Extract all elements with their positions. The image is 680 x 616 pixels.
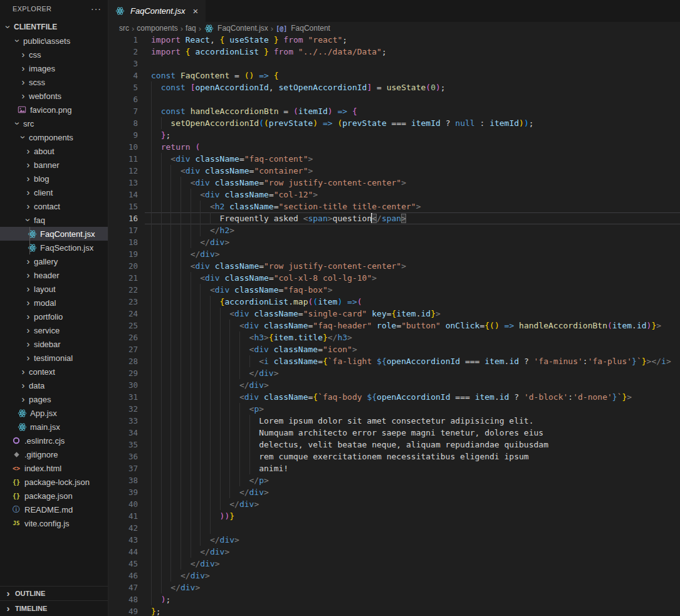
code-editor[interactable]: 1import React, { useState } from "react"… — [108, 34, 680, 616]
code-line-3[interactable]: 3 — [108, 58, 680, 70]
code-line-9[interactable]: 9 }; — [108, 129, 680, 141]
code-line-17[interactable]: 17 </h2> — [108, 224, 680, 236]
code-line-14[interactable]: 14 <div className="col-12"> — [108, 189, 680, 201]
breadcrumb-item-components[interactable]: components — [137, 24, 177, 33]
indent-guide — [200, 343, 201, 355]
tree-item-webfonts[interactable]: ›webfonts — [0, 89, 108, 103]
breadcrumb-item-faqcontent-jsx[interactable]: FaqContent.jsx — [204, 24, 268, 33]
tree-item-favicon-png[interactable]: favicon.png — [0, 103, 108, 117]
tree-item-client[interactable]: ›client — [0, 185, 108, 199]
code-line-39[interactable]: 39 </div> — [108, 486, 680, 498]
code-line-48[interactable]: 48 ); — [108, 593, 680, 605]
tree-item-testimonial[interactable]: ›testimonial — [0, 351, 108, 365]
code-line-34[interactable]: 34 Numquam architecto error saepe magni … — [108, 427, 680, 439]
code-line-19[interactable]: 19 </div> — [108, 248, 680, 260]
tree-item-data[interactable]: ›data — [0, 378, 108, 392]
code-line-31[interactable]: 31 <div className={`faq-body ${openAccor… — [108, 391, 680, 403]
code-line-27[interactable]: 27 <div className="icon"> — [108, 343, 680, 355]
tree-item-public-assets[interactable]: ›public\assets — [0, 34, 108, 48]
code-line-25[interactable]: 25 <div className="faq-header" role="but… — [108, 320, 680, 331]
code-line-41[interactable]: 41 ))} — [108, 510, 680, 522]
code-line-23[interactable]: 23 {accordionList.map((item) =>( — [108, 296, 680, 308]
tree-item-layout[interactable]: ›layout — [0, 282, 108, 296]
tree-item-index-html[interactable]: <>index.html — [0, 461, 108, 475]
tree-item-images[interactable]: ›images — [0, 61, 108, 75]
tree-item-components[interactable]: ›components — [0, 130, 108, 144]
code-line-42[interactable]: 42 — [108, 522, 680, 534]
code-line-28[interactable]: 28 <i className={`fa-light ${openAccordi… — [108, 355, 680, 367]
tree-item-contact[interactable]: ›contact — [0, 199, 108, 213]
tab-faqcontent[interactable]: FaqContent.jsx × — [108, 0, 206, 22]
code-line-43[interactable]: 43 </div> — [108, 534, 680, 546]
tree-item-pages[interactable]: ›pages — [0, 392, 108, 406]
tree-item-blog[interactable]: ›blog — [0, 172, 108, 185]
tree-item-main-jsx[interactable]: main.jsx — [0, 420, 108, 434]
close-icon[interactable]: × — [191, 6, 199, 16]
timeline-panel-header[interactable]: › TIMELINE — [0, 600, 108, 616]
tree-item-clientfile[interactable]: ›CLIENTFILE — [0, 20, 108, 34]
tree-item-service[interactable]: ›service — [0, 323, 108, 337]
breadcrumb-item-faqcontent[interactable]: [@]FaqContent — [276, 24, 330, 33]
code-line-44[interactable]: 44 </div> — [108, 546, 680, 558]
tree-item-package-json[interactable]: {}package.json — [0, 489, 108, 503]
tree-item-faqsection-jsx[interactable]: FaqSection.jsx — [0, 241, 108, 254]
code-line-20[interactable]: 20 <div className="row justify-content-c… — [108, 260, 680, 272]
tree-item-app-jsx[interactable]: App.jsx — [0, 406, 108, 420]
code-line-22[interactable]: 22 <div className="faq-box"> — [108, 284, 680, 296]
code-line-12[interactable]: 12 <div className="container"> — [108, 165, 680, 177]
code-line-2[interactable]: 2import { accordionList } from "../../da… — [108, 46, 680, 58]
code-line-38[interactable]: 38 </p> — [108, 474, 680, 486]
tree-indent — [0, 316, 24, 317]
code-line-4[interactable]: 4const FaqContent = () => { — [108, 70, 680, 81]
more-actions-icon[interactable]: ··· — [91, 4, 102, 14]
tree-item-portfolio[interactable]: ›portfolio — [0, 310, 108, 323]
code-line-11[interactable]: 11 <div className="faq-content"> — [108, 153, 680, 165]
code-line-49[interactable]: 49}; — [108, 605, 680, 616]
tree-item-banner[interactable]: ›banner — [0, 158, 108, 172]
tree-item-faq[interactable]: ›faq — [0, 213, 108, 227]
tree-item-readme-md[interactable]: ⓘREADME.md — [0, 503, 108, 516]
code-line-26[interactable]: 26 <h3>{item.title}</h3> — [108, 331, 680, 343]
code-line-33[interactable]: 33 Lorem ipsum dolor sit amet consectetu… — [108, 415, 680, 427]
code-line-29[interactable]: 29 </div> — [108, 367, 680, 379]
breadcrumb-item-src[interactable]: src — [119, 24, 129, 33]
tree-item-context[interactable]: ›context — [0, 365, 108, 378]
tree-item--gitignore[interactable]: .gitignore — [0, 447, 108, 461]
code-line-46[interactable]: 46 </div> — [108, 570, 680, 582]
code-line-45[interactable]: 45 </div> — [108, 558, 680, 570]
tree-item-gallery[interactable]: ›gallery — [0, 254, 108, 268]
code-line-13[interactable]: 13 <div className="row justify-content-c… — [108, 177, 680, 189]
code-line-37[interactable]: 37 animi! — [108, 462, 680, 474]
tree-item--eslintrc-cjs[interactable]: .eslintrc.cjs — [0, 434, 108, 447]
breadcrumb-item-faq[interactable]: faq — [186, 24, 196, 33]
code-line-5[interactable]: 5 const [openAccordionId, setOpenAccordi… — [108, 81, 680, 93]
code-line-47[interactable]: 47 </div> — [108, 582, 680, 593]
tree-item-scss[interactable]: ›scss — [0, 75, 108, 89]
code-line-10[interactable]: 10 return ( — [108, 141, 680, 153]
code-line-6[interactable]: 6 — [108, 93, 680, 105]
tree-item-header[interactable]: ›header — [0, 268, 108, 282]
tree-item-faqcontent-jsx[interactable]: FaqContent.jsx — [0, 227, 108, 241]
code-line-15[interactable]: 15 <h2 className="section-title title-ce… — [108, 201, 680, 212]
code-line-32[interactable]: 32 <p> — [108, 403, 680, 415]
code-line-1[interactable]: 1import React, { useState } from "react"… — [108, 34, 680, 46]
code-line-21[interactable]: 21 <div className="col-xl-8 col-lg-10"> — [108, 272, 680, 284]
tree-item-about[interactable]: ›about — [0, 144, 108, 158]
code-line-30[interactable]: 30 </div> — [108, 379, 680, 391]
code-line-8[interactable]: 8 setOpenAccordionId((prevState) => (pre… — [108, 117, 680, 129]
tree-item-src[interactable]: ›src — [0, 117, 108, 130]
code-line-16[interactable]: 16 Frequently asked <span>question</span… — [108, 212, 680, 224]
code-line-24[interactable]: 24 <div className="single-card" key={ite… — [108, 308, 680, 320]
outline-panel-header[interactable]: › OUTLINE — [0, 586, 108, 600]
tree-item-vite-config-js[interactable]: JSvite.config.js — [0, 516, 108, 530]
code-line-40[interactable]: 40 </div> — [108, 498, 680, 510]
tree-item-modal[interactable]: ›modal — [0, 296, 108, 310]
code-line-35[interactable]: 35 delectus, velit beatae neque, aliquam… — [108, 439, 680, 451]
tree-item-css[interactable]: ›css — [0, 48, 108, 61]
code-line-7[interactable]: 7 const handleAccordionBtn = (itemId) =>… — [108, 105, 680, 117]
tree-item-sidebar[interactable]: ›sidebar — [0, 337, 108, 351]
react-icon — [204, 24, 214, 33]
code-line-18[interactable]: 18 </div> — [108, 236, 680, 248]
code-line-36[interactable]: 36 rem cumque exercitationem necessitati… — [108, 451, 680, 462]
tree-item-package-lock-json[interactable]: {}package-lock.json — [0, 475, 108, 489]
